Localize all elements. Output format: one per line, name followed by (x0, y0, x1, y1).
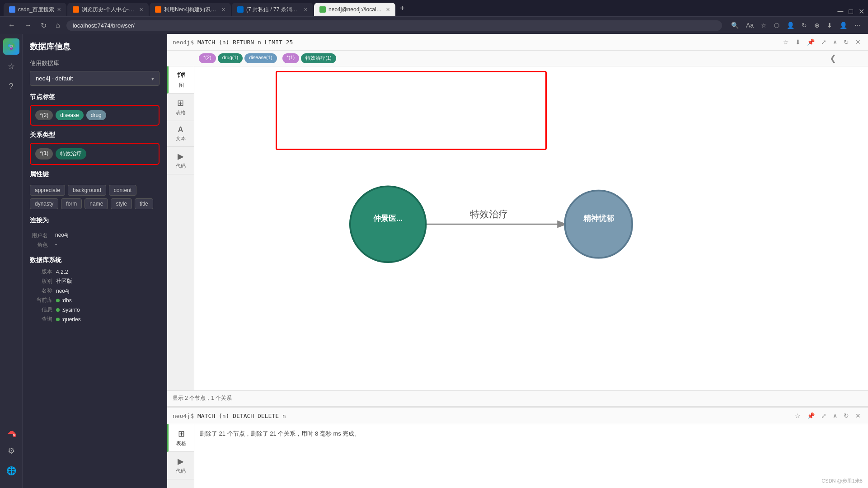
legend-all-rel[interactable]: *(1) (282, 53, 300, 63)
svg-point-10 (350, 186, 426, 262)
relation-tag-all[interactable]: *(1) (35, 148, 53, 160)
node-tag-disease[interactable]: disease (56, 110, 83, 120)
sync-icon[interactable]: ↻ (800, 21, 809, 30)
view-tab-table-2[interactable]: ⊞ 表格 (167, 424, 194, 452)
svg-text:特效治疗: 特效治疗 (470, 209, 508, 219)
text-icon: A (178, 126, 183, 134)
close-window-button[interactable]: ✕ (859, 7, 864, 16)
view-tab-graph[interactable]: 🗺 图 (167, 66, 194, 94)
minimize-button[interactable]: ─ (838, 7, 844, 16)
view-tab-table[interactable]: ⊞ 表格 (167, 94, 194, 121)
query-star-button[interactable]: ☆ (781, 38, 791, 47)
tab-close-icon[interactable]: ✕ (386, 7, 390, 13)
question-icon[interactable]: ? (3, 78, 19, 94)
attr-content[interactable]: content (109, 185, 136, 196)
query2-result-text: 删除了 21 个节点，删除了 21 个关系，用时 8 毫秒 ms 完成。 (200, 430, 863, 438)
home-button[interactable]: ⌂ (53, 20, 63, 30)
refresh-button[interactable]: ↻ (38, 20, 49, 31)
attr-title: 属性键 (30, 170, 160, 178)
db-name-value: neo4j (56, 287, 69, 295)
db-edition-value: 社区版 (56, 277, 72, 285)
attr-tags: appreciate background content dynasty fo… (30, 185, 160, 209)
tab-csdn[interactable]: csdn_百度搜索 ✕ (4, 3, 66, 16)
tab-close-icon[interactable]: ✕ (221, 7, 225, 13)
db-name-row: 名称 neo4j (30, 287, 160, 295)
query-up-button[interactable]: ∧ (831, 38, 839, 47)
query2-star-button[interactable]: ☆ (793, 411, 802, 420)
attr-form[interactable]: form (61, 198, 82, 209)
legend-drug[interactable]: drug(1) (218, 53, 243, 63)
view-tab-text[interactable]: A 文本 (167, 121, 194, 147)
legend-special-treat[interactable]: 特效治疗(1) (301, 53, 336, 63)
query-block-1: neo4j$ ☆ ⬇ 📌 ⤢ ∧ ↻ ✕ *(2) drug(1) diseas… (167, 34, 868, 407)
query2-up-button[interactable]: ∧ (831, 411, 839, 420)
collapse-right-button[interactable]: ❮ (830, 53, 836, 63)
query-expand-button[interactable]: ⤢ (819, 38, 828, 47)
table-icon: ⊞ (177, 98, 184, 108)
profile-icon[interactable]: 👤 (785, 21, 796, 30)
tab-close-icon[interactable]: ✕ (139, 7, 143, 13)
tab-close-icon[interactable]: ✕ (57, 7, 61, 13)
user-icon[interactable]: 👤 (838, 21, 849, 30)
tab-bar: csdn_百度搜索 ✕ 浏览历史-个人中心-CSDN ✕ 利用Neo4j构建知识… (0, 0, 868, 16)
back-button[interactable]: ← (5, 20, 18, 30)
db-select-wrapper: neo4j - default (30, 71, 160, 86)
extension-icon[interactable]: ⬡ (772, 21, 781, 30)
connect-user-value: neo4j (55, 232, 68, 239)
star-icon[interactable]: ☆ (3, 58, 19, 75)
attr-appreciate[interactable]: appreciate (30, 185, 65, 196)
query2-pin-button[interactable]: 📌 (805, 411, 816, 420)
tab-neo4j-article[interactable]: 利用Neo4j构建知识图谱_immort... ✕ (150, 3, 231, 16)
query-input-2[interactable] (197, 413, 793, 419)
db-system-title: 数据库系统 (30, 256, 160, 264)
tab-history[interactable]: 浏览历史-个人中心-CSDN ✕ (67, 3, 149, 16)
cloud-error-icon[interactable]: ☁✕ (3, 423, 19, 439)
attr-style[interactable]: style (111, 198, 132, 209)
legend-row: *(2) drug(1) disease(1) *(1) 特效治疗(1) ❮ (167, 51, 868, 66)
search-icon[interactable]: 🔍 (729, 21, 741, 30)
node-tag-drug[interactable]: drug (86, 110, 106, 120)
relation-tag-special[interactable]: 特效治疗 (56, 148, 86, 160)
node-tag-all[interactable]: *(2) (35, 110, 53, 120)
settings-icon[interactable]: ⚙ (3, 443, 19, 459)
query2-result: 删除了 21 个节点，删除了 21 个关系，用时 8 毫秒 ms 完成。 (194, 424, 868, 488)
address-bar: ← → ↻ ⌂ 🔍 Aa ☆ ⬡ 👤 ↻ ⊕ ⬇ 👤 ⋯ (0, 16, 868, 34)
bookmark-icon[interactable]: ☆ (759, 21, 769, 30)
view-tab-code-2[interactable]: ▶ 代码 (167, 452, 194, 479)
query-close-button[interactable]: ✕ (854, 38, 863, 47)
attr-title[interactable]: title (135, 198, 153, 209)
query2-close-button[interactable]: ✕ (854, 411, 863, 420)
query2-refresh-button[interactable]: ↻ (842, 411, 851, 420)
legend-disease[interactable]: disease(1) (244, 53, 277, 63)
view-tab-table-label-2: 表格 (176, 440, 186, 447)
attr-dynasty[interactable]: dynasty (30, 198, 58, 209)
query-download-button[interactable]: ⬇ (793, 38, 802, 47)
db-info-row: 信息 :sysinfo (30, 306, 160, 314)
tab-neo4j-browser[interactable]: neo4j@neo4j://localhost:7687/n... ✕ (314, 3, 395, 16)
query-refresh-button[interactable]: ↻ (842, 38, 851, 47)
query2-expand-button[interactable]: ⤢ (819, 411, 828, 420)
tab-zhihu[interactable]: (7 封私信 / 77 条消息) 首页 - 知... ✕ (232, 3, 313, 16)
new-tab-button[interactable]: + (396, 4, 408, 13)
graph-canvas[interactable]: 特效治疗 仲景医... 精神忧郁 (194, 66, 868, 390)
collection-icon[interactable]: ⊕ (812, 21, 821, 30)
reader-icon[interactable]: Aa (744, 21, 755, 30)
connect-user-label: 用户名 (30, 232, 48, 239)
legend-all-nodes[interactable]: *(2) (199, 53, 216, 63)
query-input-1[interactable] (197, 39, 781, 46)
tab-close-icon[interactable]: ✕ (304, 7, 308, 13)
db-select[interactable]: neo4j - default (30, 71, 160, 86)
attr-name[interactable]: name (84, 198, 108, 209)
attr-background[interactable]: background (68, 185, 106, 196)
view-tab-code[interactable]: ▶ 代码 (167, 147, 194, 174)
maximize-button[interactable]: □ (849, 8, 853, 16)
more-icon[interactable]: ⋯ (853, 21, 863, 30)
query-pin-button[interactable]: 📌 (805, 38, 816, 47)
db-edition-row: 版别 社区版 (30, 277, 160, 285)
neo4j-logo[interactable] (3, 38, 19, 55)
svg-point-12 (565, 191, 632, 258)
earth-icon[interactable]: 🌐 (3, 463, 19, 479)
download-icon[interactable]: ⬇ (825, 21, 834, 30)
forward-button[interactable]: → (22, 20, 34, 30)
url-input[interactable] (66, 20, 722, 31)
